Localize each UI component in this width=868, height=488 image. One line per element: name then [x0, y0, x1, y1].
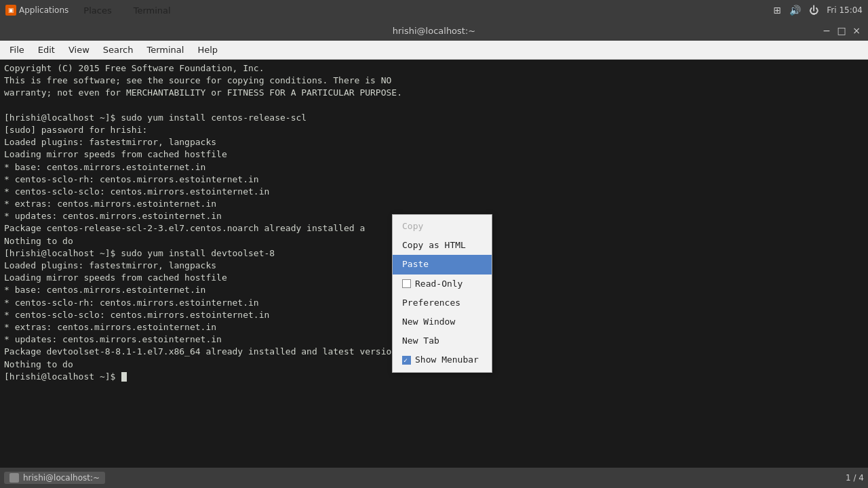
terminal-line: * centos-sclo-sclo: centos.mirrors.estoi…: [4, 186, 864, 198]
system-bar-right: ⊞ 🔊 ⏻ Fri 15:04: [774, 5, 863, 16]
terminal-line: [4, 100, 864, 112]
terminal-line: warranty; not even for MERCHANTABILITY o…: [4, 87, 864, 99]
context-menu-label: Preferences: [402, 297, 460, 309]
minimize-button[interactable]: −: [821, 24, 833, 37]
checkbox-show-menubar[interactable]: [402, 356, 411, 365]
places-label: Places: [83, 5, 111, 16]
power-icon[interactable]: ⏻: [809, 5, 818, 16]
menu-help[interactable]: Help: [191, 42, 224, 58]
taskbar-item[interactable]: hrishi@localhost:~: [4, 472, 105, 484]
terminal-line: Loaded plugins: fastestmirror, langpacks: [4, 136, 864, 148]
window-title: hrishi@localhost:~: [393, 26, 475, 36]
context-menu-item-new-tab[interactable]: New Tab: [393, 331, 492, 350]
places-menu[interactable]: Places: [77, 5, 118, 16]
context-menu-item-paste[interactable]: Paste: [393, 255, 492, 274]
menu-search[interactable]: Search: [96, 42, 140, 58]
context-menu-label: Show Menubar: [415, 354, 479, 366]
terminal-window: hrishi@localhost:~ − □ × File Edit View …: [0, 20, 868, 468]
checkbox-read-only[interactable]: [402, 279, 411, 288]
menu-file[interactable]: File: [3, 42, 31, 58]
context-menu: CopyCopy as HTMLPasteRead-OnlyPreference…: [392, 214, 492, 373]
taskbar-icon: [9, 473, 19, 483]
terminal-line: * centos-sclo-rh: centos.mirrors.estoint…: [4, 174, 864, 186]
terminal-line: * extras: centos.mirrors.estointernet.in: [4, 198, 864, 210]
applications-label: Applications: [19, 5, 68, 15]
terminal-body[interactable]: Copyright (C) 2015 Free Software Foundat…: [0, 60, 868, 468]
context-menu-item-read-only[interactable]: Read-Only: [393, 274, 492, 293]
menu-bar: File Edit View Search Terminal Help: [0, 41, 868, 60]
context-menu-item-new-window[interactable]: New Window: [393, 312, 492, 331]
context-menu-item-copy-as-html[interactable]: Copy as HTML: [393, 236, 492, 255]
context-menu-item-preferences[interactable]: Preferences: [393, 293, 492, 312]
app-icon: ▣: [5, 5, 16, 16]
context-menu-label: New Tab: [402, 335, 439, 347]
close-button[interactable]: ×: [850, 24, 863, 37]
maximize-button[interactable]: □: [835, 24, 848, 37]
terminal-menu-label: Terminal: [134, 5, 171, 16]
menu-view[interactable]: View: [62, 42, 96, 58]
system-bar-left: ▣ Applications Places Terminal: [5, 5, 774, 16]
context-menu-label: Copy as HTML: [402, 239, 466, 251]
page-info: 1 / 4: [846, 473, 864, 483]
context-menu-label: New Window: [402, 316, 455, 328]
applications-menu[interactable]: ▣ Applications: [5, 5, 68, 16]
terminal-line: Loading mirror speeds from cached hostfi…: [4, 148, 864, 161]
context-menu-label: Copy: [402, 220, 423, 232]
window-titlebar: hrishi@localhost:~ − □ ×: [0, 20, 868, 41]
context-menu-item-show-menubar[interactable]: Show Menubar: [393, 350, 492, 369]
terminal-line: * base: centos.mirrors.estointernet.in: [4, 161, 864, 174]
network-icon[interactable]: ⊞: [774, 5, 782, 16]
context-menu-label: Read-Only: [415, 278, 462, 290]
cursor: [121, 372, 127, 382]
volume-icon[interactable]: 🔊: [789, 5, 801, 16]
terminal-menu[interactable]: Terminal: [127, 5, 178, 16]
terminal-line: Copyright (C) 2015 Free Software Foundat…: [4, 62, 864, 75]
menu-terminal[interactable]: Terminal: [140, 42, 191, 58]
terminal-line: This is free software; see the source fo…: [4, 75, 864, 87]
clock: Fri 15:04: [827, 5, 863, 15]
menu-edit[interactable]: Edit: [31, 42, 62, 58]
window-controls: − □ ×: [821, 24, 863, 37]
context-menu-label: Paste: [402, 258, 429, 270]
system-bar: ▣ Applications Places Terminal ⊞ 🔊 ⏻ Fri…: [0, 0, 868, 20]
taskbar-label: hrishi@localhost:~: [23, 473, 100, 483]
terminal-line: [hrishi@localhost ~]$ sudo yum install c…: [4, 112, 864, 124]
status-bar: hrishi@localhost:~ 1 / 4: [0, 468, 868, 488]
context-menu-item-copy[interactable]: Copy: [393, 217, 492, 236]
terminal-line: [sudo] password for hrishi:: [4, 124, 864, 136]
